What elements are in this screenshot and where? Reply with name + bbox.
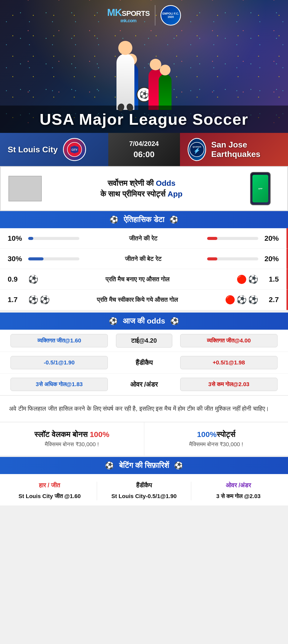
away-ball-1: 🔴 xyxy=(237,274,247,284)
away-win-bar-container xyxy=(207,237,258,240)
odds-ball-left: ⚽ xyxy=(109,317,118,325)
bet-rec-over-under: ओवर /अंडर 3 से कम गोल @2.03 xyxy=(194,482,283,500)
bet-rec-win-lose: हार / जीत St Louis City जीत @1.60 xyxy=(5,482,94,500)
match-time: 06:00 xyxy=(134,150,155,159)
home-concede-ball-1: ⚽ xyxy=(28,295,38,305)
home-ball-1: ⚽ xyxy=(28,274,38,284)
away-win-cell[interactable]: व्यक्तिगत जीत@4.00 xyxy=(175,334,283,347)
win-rate-row: 10% जीतने की रेट 20% xyxy=(0,228,288,249)
away-avg-conceded: 2.7 xyxy=(258,296,279,304)
sports-bonus-box[interactable]: 100%स्पोर्ट्स मैक्सिमम बोनस ₹30,000 ! xyxy=(144,422,288,455)
bonus-section[interactable]: स्लॉट वेलकम बोनस 100% मैक्सिमम बोनस ₹30,… xyxy=(0,422,288,455)
over-under-label-cell: ओवर /अंडर xyxy=(116,381,172,388)
slot-bonus-box[interactable]: स्लॉट वेलकम बोनस 100% मैक्सिमम बोनस ₹30,… xyxy=(0,422,144,455)
tie-button[interactable]: टाई@4.20 xyxy=(116,334,172,348)
match-center-info: 7/04/2024 06:00 xyxy=(108,133,180,166)
home-win-cell[interactable]: व्यक्तिगत जीत@1.60 xyxy=(5,334,113,347)
away-avg-goals: 1.5 xyxy=(258,275,279,283)
sports-bonus-title: 100%स्पोर्ट्स xyxy=(150,430,283,439)
match-bar: St Louis City CITY 7/04/2024 06:00 QUAKE… xyxy=(0,133,288,166)
win-lose-type: हार / जीत xyxy=(5,482,94,489)
home-avg-goals: 0.9 xyxy=(8,275,28,283)
players-area: ⚽ xyxy=(0,20,288,110)
handicap-label-cell: हैंडीकैप xyxy=(116,359,172,367)
home-win-bar xyxy=(28,237,33,240)
away-win-button[interactable]: व्यक्तिगत जीत@4.00 xyxy=(180,334,278,347)
home-bet-rate: 30% xyxy=(8,255,28,263)
slot-bonus-title: स्लॉट वेलकम बोनस 100% xyxy=(5,430,139,439)
home-goals-icons: ⚽ xyxy=(28,274,38,284)
away-bet-rate: 20% xyxy=(258,255,279,263)
home-bet-bar xyxy=(28,257,44,260)
bet-rec-title: बेटिंग की सिफ़ारिशें xyxy=(119,461,169,470)
win-lose-value: St Louis City जीत @1.60 xyxy=(5,492,94,500)
away-under-button[interactable]: 3से कम गोल@2.03 xyxy=(180,378,278,391)
away-bet-bar-container xyxy=(207,257,258,260)
home-team-name: St Louis City xyxy=(8,145,58,154)
home-over-cell[interactable]: 3से अधिक गोल@1.83 xyxy=(5,378,113,391)
promo-text: सर्वोत्तम श्रेणी की Odds के साथ प्रीमियर… xyxy=(47,178,236,199)
odds-section: ⚽ आज की odds ⚽ व्यक्तिगत जीत@1.60 टाई@4.… xyxy=(0,313,288,395)
home-team-logo: CITY xyxy=(63,138,86,161)
bet-ball-left: ⚽ xyxy=(105,461,114,470)
home-win-button[interactable]: व्यक्तिगत जीत@1.60 xyxy=(10,334,108,347)
odds-header: ⚽ आज की odds ⚽ xyxy=(0,313,288,330)
home-win-rate: 10% xyxy=(8,234,28,243)
divider-1 xyxy=(97,482,97,500)
match-date: 7/04/2024 xyxy=(129,140,159,148)
over-under-value: 3 से कम गोल @2.03 xyxy=(194,492,283,500)
tie-cell[interactable]: टाई@4.20 xyxy=(116,334,172,348)
home-concede-ball-2: ⚽ xyxy=(40,295,50,305)
betting-rec-section: ⚽ बेटिंग की सिफ़ारिशें ⚽ हार / जीत St Lo… xyxy=(0,457,288,505)
away-concede-ball-2: ⚽ xyxy=(237,295,247,305)
handicap-label: हैंडीकैप xyxy=(136,359,153,366)
home-conceded-icons: ⚽ ⚽ xyxy=(28,295,50,305)
phone-screen: APP xyxy=(252,175,268,202)
historical-header: ⚽ ऐतिहासिक डेटा ⚽ xyxy=(0,211,288,228)
historical-section: ⚽ ऐतिहासिक डेटा ⚽ 10% जीतने की रेट 20% 3… xyxy=(0,211,288,310)
home-handicap-button[interactable]: -0.5/1@1.90 xyxy=(10,356,108,369)
home-handicap-cell[interactable]: -0.5/1@1.90 xyxy=(5,356,113,369)
away-win-bar xyxy=(207,237,217,240)
away-team-section: QUAKES San Jose Earthquakes xyxy=(180,133,288,166)
home-bet-bar-container xyxy=(28,257,79,260)
avg-goals-conceded-row: 1.7 ⚽ ⚽ प्रति मैच स्वीकार किये गये औसत ग… xyxy=(0,290,288,310)
phone-mockup: APP xyxy=(250,172,271,205)
away-handicap-button[interactable]: +0.5/1@1.98 xyxy=(180,356,278,369)
away-goals-icons: 🔴 ⚽ xyxy=(237,274,258,284)
bet-win-rate-label: जीतने की बेट रेट xyxy=(79,255,207,262)
away-under-cell[interactable]: 3से कम गोल@2.03 xyxy=(175,378,283,391)
odds-win-row: व्यक्तिगत जीत@1.60 टाई@4.20 व्यक्तिगत जी… xyxy=(0,330,288,352)
away-handicap-cell[interactable]: +0.5/1@1.98 xyxy=(175,356,283,369)
odds-handicap-row: -0.5/1@1.90 हैंडीकैप +0.5/1@1.98 xyxy=(0,352,288,374)
bet-rec-header: ⚽ बेटिंग की सिफ़ारिशें ⚽ xyxy=(0,457,288,474)
away-conceded-icons: 🔴 ⚽ ⚽ xyxy=(225,295,258,305)
svg-text:CITY: CITY xyxy=(71,148,77,151)
promo-phone: APP xyxy=(241,172,280,205)
avg-conceded-label: प्रति मैच स्वीकार किये गये औसत गोल xyxy=(50,296,225,303)
avg-goals-scored-row: 0.9 ⚽ प्रति मैच बनाए गए औसत गोल 🔴 ⚽ 1.5 xyxy=(0,269,288,290)
ball-icon-right: ⚽ xyxy=(169,215,178,224)
away-concede-ball-1: 🔴 xyxy=(225,295,235,305)
away-team-logo: QUAKES xyxy=(188,138,206,161)
away-team-name: San Jose Earthquakes xyxy=(211,140,280,159)
away-concede-ball-3: ⚽ xyxy=(248,295,258,305)
hero-title-bar: USA Major League Soccer xyxy=(0,106,288,133)
divider-2 xyxy=(191,482,191,500)
over-under-type: ओवर /अंडर xyxy=(194,482,283,489)
slot-bonus-subtitle: मैक्सिमम बोनस ₹30,000 ! xyxy=(5,441,139,448)
odds-ball-right: ⚽ xyxy=(170,317,179,325)
home-over-button[interactable]: 3से अधिक गोल@1.83 xyxy=(10,378,108,391)
handicap-type: हैंडीकैप xyxy=(100,482,189,489)
promo-image-placeholder xyxy=(8,176,42,201)
handicap-value: St Louis City-0.5/1@1.90 xyxy=(100,492,189,500)
league-title: USA Major League Soccer xyxy=(0,110,288,128)
hero-banner: MKSPORTS mk.com EMPOLI F.C. 1920 xyxy=(0,0,288,133)
player2 xyxy=(116,54,134,110)
match-description: अवे टीम फिलहाल जीत हासिल करने के लिए संघ… xyxy=(0,395,288,422)
promo-banner[interactable]: सर्वोत्तम श्रेणी की Odds के साथ प्रीमियर… xyxy=(0,166,288,211)
svg-text:QUAKES: QUAKES xyxy=(193,146,201,148)
player5 xyxy=(159,74,172,110)
odds-title: आज की odds xyxy=(123,317,165,326)
away-win-rate: 20% xyxy=(258,234,279,243)
